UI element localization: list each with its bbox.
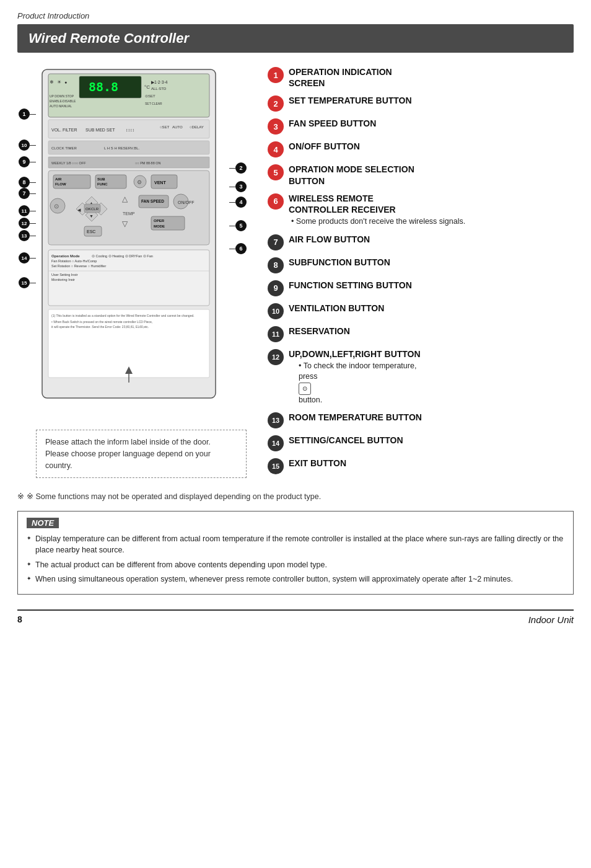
svg-text:FAN SPEED: FAN SPEED xyxy=(141,199,164,203)
svg-text:VOL. FILTER: VOL. FILTER xyxy=(51,128,77,132)
btn-num-11: 11 xyxy=(268,326,284,342)
svg-text:• When Back Switch is pressed : • When Back Switch is pressed on the wir… xyxy=(51,320,152,324)
callout-3-right: 3 xyxy=(227,181,247,192)
note-item-3: When using simultaneous operation system… xyxy=(27,574,564,585)
btn-item-14: 14 SETTING/CANCEL BUTTON xyxy=(268,435,574,451)
svg-text:AIR: AIR xyxy=(55,177,62,181)
svg-text:△: △ xyxy=(122,195,128,203)
footer-note: ※※ Some functions may not be operated an… xyxy=(17,492,574,501)
callout-15-left: 15 xyxy=(19,277,38,288)
svg-text:ESC: ESC xyxy=(87,229,95,234)
btn-num-15: 15 xyxy=(268,458,284,474)
dashed-line-3: country. xyxy=(45,460,237,472)
svg-text:°C: °C xyxy=(144,84,150,90)
svg-text:WEEKLY 1/8  ○○○ OFF: WEEKLY 1/8 ○○○ OFF xyxy=(51,161,86,165)
diagram-area: 88.8 ❄ ☀ ● ▶1·2·3·4 ALL·STD UP DOWN STOP… xyxy=(17,66,253,480)
svg-text:●: ● xyxy=(64,80,67,84)
btn-item-3: 3 FAN SPEED BUTTON xyxy=(268,118,574,135)
svg-text:❄: ❄ xyxy=(50,79,54,85)
main-content: 88.8 ❄ ☀ ● ▶1·2·3·4 ALL·STD UP DOWN STOP… xyxy=(17,66,574,480)
btn-label-12: UP,DOWN,LEFT,RIGHT BUTTON xyxy=(289,348,421,360)
callout-11-left: 11 xyxy=(19,205,38,216)
section-title: Wired Remote Controller xyxy=(17,24,574,53)
btn-item-7: 7 AIR FLOW BUTTON xyxy=(268,234,574,250)
btn-num-4: 4 xyxy=(268,141,284,157)
btn-sub-6: Some products don't receive the wireless… xyxy=(289,216,465,228)
svg-text:L H S H  RESERV.BL.: L H S H RESERV.BL. xyxy=(104,146,139,150)
svg-text:▶1·2·3·4: ▶1·2·3·4 xyxy=(151,80,168,84)
svg-text:OK: OK xyxy=(85,207,91,211)
note-item-2: The actual product can be different from… xyxy=(27,559,564,570)
btn-num-6: 6 xyxy=(268,193,284,210)
btn-label-9: FUNCTION SETTING BUTTON xyxy=(289,280,412,291)
svg-text:SUB MED SET: SUB MED SET xyxy=(85,128,115,132)
callout-2-right: 2 xyxy=(227,162,247,174)
btn-item-4: 4 ON/OFF BUTTON xyxy=(268,141,574,157)
svg-text:⊙: ⊙ xyxy=(54,203,59,210)
btn-num-10: 10 xyxy=(268,303,284,319)
svg-text:OPER: OPER xyxy=(154,219,165,223)
btn-label-1: OPERATION INDICATIONSCREEN xyxy=(289,66,392,89)
dashed-info-box: Please attach the inform label inside of… xyxy=(36,430,247,478)
page-container: Product Introduction Wired Remote Contro… xyxy=(0,0,591,868)
page-number: 8 xyxy=(17,614,22,624)
btn-num-8: 8 xyxy=(268,257,284,273)
svg-text:MODE: MODE xyxy=(154,224,165,228)
callout-14-left: 14 xyxy=(19,252,38,264)
callout-12-left: 12 xyxy=(19,218,38,229)
svg-text:↕↕↕↕: ↕↕↕↕ xyxy=(126,128,134,132)
btn-label-15: EXIT BUTTON xyxy=(289,458,346,469)
callout-9-left: 9 xyxy=(19,156,38,167)
callout-4-right: 4 xyxy=(227,197,247,208)
btn-label-2: SET TEMPERATURE BUTTON xyxy=(289,95,412,106)
dashed-line-1: Please attach the inform label inside of… xyxy=(45,436,237,448)
svg-text:○○ PM 88·88 ON: ○○ PM 88·88 ON xyxy=(135,161,161,165)
svg-text:(1) This button is installed a: (1) This button is installed as a standa… xyxy=(51,314,195,317)
svg-text:⚙: ⚙ xyxy=(137,179,142,185)
btn-label-4: ON/OFF BUTTON xyxy=(289,141,360,152)
diagram-container: 88.8 ❄ ☀ ● ▶1·2·3·4 ALL·STD UP DOWN STOP… xyxy=(17,66,247,420)
svg-text:SUB: SUB xyxy=(97,177,105,181)
btn-num-12: 12 xyxy=(268,349,284,365)
btn-label-13: ROOM TEMPERATURE BUTTON xyxy=(289,412,422,423)
svg-text:TEMP: TEMP xyxy=(123,211,135,216)
btn-num-2: 2 xyxy=(268,95,284,112)
svg-text:AUTO: AUTO xyxy=(172,125,183,129)
controller-diagram: 88.8 ❄ ☀ ● ▶1·2·3·4 ALL·STD UP DOWN STOP… xyxy=(36,66,222,401)
btn-item-12: 12 UP,DOWN,LEFT,RIGHT BUTTON To check th… xyxy=(268,348,574,406)
btn-num-5: 5 xyxy=(268,164,284,180)
svg-text:CLOCK TIMER: CLOCK TIMER xyxy=(51,146,77,150)
btn-label-3: FAN SPEED BUTTON xyxy=(289,118,376,129)
svg-text:CLR: CLR xyxy=(91,207,99,211)
btn-item-2: 2 SET TEMPERATURE BUTTON xyxy=(268,95,574,112)
btn-item-1: 1 OPERATION INDICATIONSCREEN xyxy=(268,66,574,89)
btn-label-6: WIRELESS REMOTECONTROLLER RECEIVER xyxy=(289,193,465,215)
callout-1-left: 1 xyxy=(19,108,38,120)
btn-item-15: 15 EXIT BUTTON xyxy=(268,458,574,474)
btn-label-11: RESERVATION xyxy=(289,326,350,337)
product-intro-label: Product Introduction xyxy=(17,11,574,20)
btn-num-9: 9 xyxy=(268,280,284,296)
btn-num-7: 7 xyxy=(268,234,284,250)
svg-text:ALL·STD: ALL·STD xyxy=(151,87,167,91)
page-footer: 8 Indoor Unit xyxy=(17,609,574,625)
note-title: NOTE xyxy=(27,518,59,528)
svg-text:Fan Rotation   ○ Auto·Hv/Comp: Fan Rotation ○ Auto·Hv/Comp xyxy=(51,259,97,263)
check-icon: ⊙ xyxy=(299,383,311,395)
svg-text:FUNC: FUNC xyxy=(97,182,108,186)
svg-text:⊙ Cooling  ⊙ Heating  ⊙ DRYFan: ⊙ Cooling ⊙ Heating ⊙ DRYFan ⊙ Fan xyxy=(92,254,153,258)
svg-text:Set Rotation  ○ Reverse  ○ Hum: Set Rotation ○ Reverse ○ Humidifier xyxy=(51,264,106,268)
btn-num-13: 13 xyxy=(268,412,284,428)
btn-sub-12: To check the indoor temperature, press ⊙… xyxy=(289,361,421,406)
svg-text:☀: ☀ xyxy=(57,79,61,85)
btn-label-8: SUBFUNCTION BUTTON xyxy=(289,257,390,268)
svg-text:UP DOWN STOP: UP DOWN STOP xyxy=(50,94,74,98)
callout-5-right: 5 xyxy=(227,220,247,231)
svg-text:ON/OFF: ON/OFF xyxy=(178,200,194,205)
svg-text:it will operate the Thermistor: it will operate the Thermistor. Send the… xyxy=(51,325,149,329)
svg-text:88.8: 88.8 xyxy=(89,79,118,94)
svg-text:FLOW: FLOW xyxy=(55,182,66,186)
svg-text:AUTO MANUAL: AUTO MANUAL xyxy=(50,104,72,108)
btn-item-11: 11 RESERVATION xyxy=(268,326,574,342)
btn-label-5: OPRATION MODE SELECTIONBUTTON xyxy=(289,164,414,186)
